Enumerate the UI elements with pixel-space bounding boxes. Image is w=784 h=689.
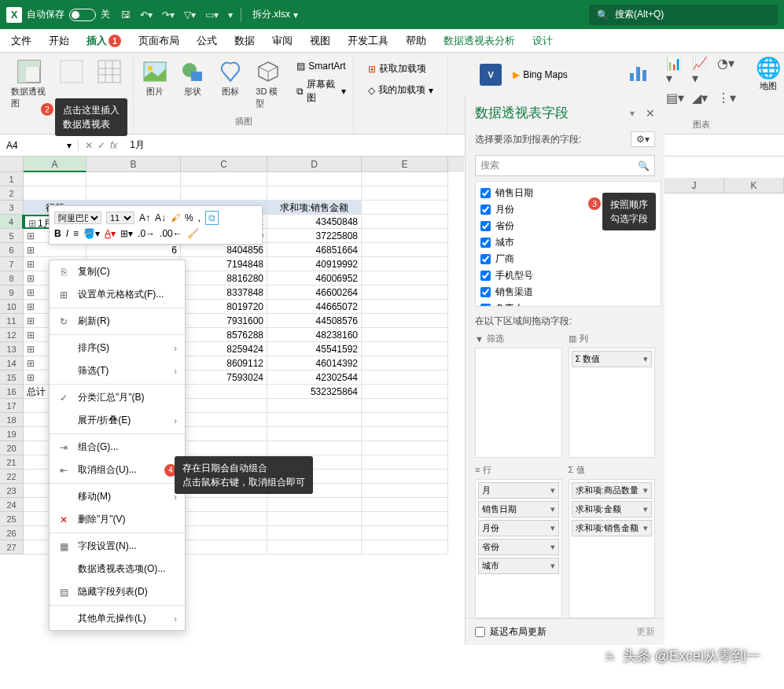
dropdown-icon[interactable]: ▾ — [643, 504, 648, 514]
area-item[interactable]: 月▾ — [478, 482, 559, 499]
field-checkbox[interactable] — [480, 254, 491, 264]
col-header-a[interactable]: A — [24, 157, 86, 172]
dropdown-icon[interactable]: ▾ — [550, 561, 555, 571]
font-select[interactable]: 阿里巴巴 — [54, 212, 101, 224]
comma-icon[interactable]: , — [198, 212, 201, 223]
save-icon[interactable]: 🖫 — [121, 9, 131, 20]
field-checkbox[interactable] — [480, 271, 491, 281]
area-item[interactable]: 月份▾ — [478, 520, 559, 536]
area-item[interactable]: Σ 数值▾ — [572, 351, 653, 367]
area-item[interactable]: 求和项:销售金额▾ — [572, 520, 653, 536]
pie-chart-icon[interactable]: ◔▾ — [717, 56, 738, 86]
percent-icon[interactable]: % — [185, 212, 193, 223]
tab-insert[interactable]: 插入1 — [85, 31, 123, 51]
menu-sort[interactable]: 排序(S)› — [50, 337, 185, 359]
redo-icon[interactable]: ↷▾ — [162, 9, 175, 20]
bing-maps-button[interactable]: ▶Bing Maps — [510, 61, 571, 89]
shapes-button[interactable]: 形状 — [175, 56, 210, 112]
field-item[interactable]: 厂商 — [476, 251, 661, 267]
col-header-c[interactable]: C — [181, 157, 267, 172]
col-header-d[interactable]: D — [267, 157, 362, 172]
tab-review[interactable]: 审阅 — [271, 31, 294, 51]
values-area[interactable]: Σ值 求和项:商品数量▾求和项:金额▾求和项:销售金额▾ — [569, 464, 656, 619]
name-box[interactable]: A4▾ — [0, 140, 79, 151]
tab-home[interactable]: 开始 — [47, 31, 71, 51]
menu-refresh[interactable]: ↻刷新(R) — [50, 310, 185, 333]
tab-data[interactable]: 数据 — [233, 31, 256, 51]
visio-button[interactable]: V — [475, 61, 506, 89]
columns-box[interactable]: Σ 数值▾ — [569, 348, 656, 458]
touch-icon[interactable]: ▭▾ — [205, 9, 219, 20]
area-item[interactable]: 省份▾ — [478, 539, 559, 555]
dropdown-icon[interactable]: ▾ — [643, 523, 648, 533]
menu-copy[interactable]: ⎘复制(C) — [50, 260, 185, 283]
line-chart-icon[interactable]: 📈▾ — [692, 56, 713, 86]
font-color-icon[interactable]: A▾ — [105, 228, 116, 239]
area-item[interactable]: 求和项:金额▾ — [572, 501, 653, 518]
field-checkbox[interactable] — [480, 204, 491, 215]
filter-icon[interactable]: ▽▾ — [184, 9, 196, 20]
area-item[interactable]: 求和项:商品数量▾ — [572, 482, 653, 499]
update-button[interactable]: 更新 — [636, 625, 655, 639]
col-header-k[interactable]: K — [724, 178, 784, 193]
decimal-dec-icon[interactable]: .00← — [160, 228, 182, 239]
col-header-j[interactable]: J — [664, 178, 724, 193]
format-painter-icon[interactable]: 🖌 — [171, 212, 180, 223]
field-item[interactable]: 负责人 — [476, 300, 661, 307]
formula-bar[interactable]: 1月 — [123, 138, 784, 152]
menu-expand[interactable]: 展开/折叠(E)› — [50, 409, 185, 432]
close-icon[interactable]: ✕ — [646, 107, 655, 120]
merge-icon[interactable]: ⧉ — [205, 211, 219, 225]
italic-icon[interactable]: I — [66, 228, 68, 239]
menu-subtotal[interactable]: ✓分类汇总"月"(B) — [50, 386, 185, 409]
my-addins-button[interactable]: ◇我的加载项▾ — [365, 82, 436, 98]
columns-area[interactable]: ▥列 Σ 数值▾ — [569, 333, 656, 458]
menu-move[interactable]: 移动(M)› — [50, 485, 185, 508]
map-button[interactable]: 🌐 地图 — [756, 56, 781, 105]
col-header-e[interactable]: E — [362, 157, 448, 172]
area-item[interactable]: 城市▾ — [478, 558, 559, 574]
search-box[interactable]: 🔍 搜索(Alt+Q) — [589, 5, 778, 25]
menu-field-settings[interactable]: ▦字段设置(N)... — [50, 535, 185, 558]
dropdown-icon[interactable]: ▾ — [550, 485, 555, 496]
field-item[interactable]: 城市 — [476, 234, 661, 251]
increase-font-icon[interactable]: A↑ — [139, 212, 150, 223]
menu-format-cells[interactable]: ⊞设置单元格格式(F)... — [50, 283, 185, 306]
values-box[interactable]: 求和项:商品数量▾求和项:金额▾求和项:销售金额▾ — [569, 479, 656, 619]
menu-delete[interactable]: ✕删除"月"(V) — [50, 508, 185, 531]
gear-icon[interactable]: ⚙▾ — [631, 131, 655, 147]
rows-area[interactable]: ≡行 月▾销售日期▾月份▾省份▾城市▾ — [475, 464, 562, 619]
tab-design[interactable]: 设计 — [531, 31, 554, 51]
tab-pagelayout[interactable]: 页面布局 — [137, 31, 181, 51]
undo-icon[interactable]: ↶▾ — [140, 9, 153, 20]
align-icon[interactable]: ≡ — [73, 228, 79, 239]
3dmodel-button[interactable]: 3D 模型 — [251, 56, 285, 112]
enter-icon[interactable]: ✓ — [98, 140, 105, 151]
tab-formulas[interactable]: 公式 — [195, 31, 219, 51]
autosave-toggle[interactable]: 自动保存 关 — [27, 8, 110, 21]
customize-icon[interactable]: ▾ — [228, 9, 233, 20]
namebox-dropdown-icon[interactable]: ▾ — [67, 140, 72, 151]
menu-other[interactable]: 其他单元操作(L)› — [50, 607, 185, 630]
rows-box[interactable]: 月▾销售日期▾月份▾省份▾城市▾ — [475, 479, 562, 619]
field-item[interactable]: 手机型号 — [476, 267, 661, 284]
icons-button[interactable]: 图标 — [213, 56, 248, 112]
tab-help[interactable]: 帮助 — [404, 31, 428, 51]
field-checkbox[interactable] — [480, 304, 491, 307]
filter-box[interactable] — [475, 348, 562, 458]
screenshot-button[interactable]: ⧉屏幕截图▾ — [293, 76, 348, 106]
filter-area[interactable]: ▼筛选 — [475, 333, 562, 458]
menu-group[interactable]: ⇥组合(G)... — [50, 436, 185, 459]
field-checkbox[interactable] — [480, 238, 491, 248]
dropdown-icon[interactable]: ▾ — [550, 504, 555, 514]
decimal-inc-icon[interactable]: .0→ — [138, 228, 155, 239]
column-chart-icon[interactable]: 📊▾ — [666, 56, 687, 86]
pane-dropdown-icon[interactable]: ▾ — [630, 108, 635, 119]
dropdown-icon[interactable]: ▾ — [550, 542, 555, 552]
file-dropdown-icon[interactable]: ▾ — [293, 9, 298, 20]
tab-file[interactable]: 文件 — [9, 31, 33, 51]
menu-filter[interactable]: 筛选(T)› — [50, 359, 185, 382]
defer-checkbox[interactable] — [475, 627, 485, 637]
scatter-chart-icon[interactable]: ⋮▾ — [717, 90, 738, 105]
fill-color-icon[interactable]: 🪣▾ — [83, 228, 100, 239]
